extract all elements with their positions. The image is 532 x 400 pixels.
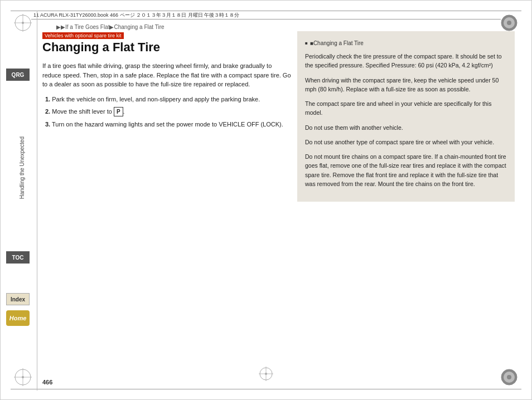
step-1-text: Park the vehicle on firm, level, and non… — [52, 96, 260, 103]
right-panel-p2: When driving with the compact spare tire… — [305, 76, 507, 94]
right-panel-p3: The compact spare tire and wheel in your… — [305, 99, 507, 118]
sidebar-vertical-label: Handling the Unexpected — [5, 112, 38, 223]
svg-point-3 — [22, 22, 24, 24]
main-content: Vehicles with optional spare tire kit Ch… — [42, 31, 292, 383]
corner-decoration-tr — [498, 12, 520, 34]
corner-decoration-bl — [12, 366, 34, 388]
svg-point-10 — [22, 376, 24, 378]
step-2-text: Move the shift lever to — [52, 108, 114, 115]
index-button[interactable]: Index — [6, 293, 30, 305]
home-button[interactable]: Home — [6, 310, 30, 326]
right-panel-p4: Do not use them with another vehicle. — [305, 123, 507, 132]
page-container: 11 ACURA RLX-31TY26000.book 466 ページ ２０１３… — [0, 0, 532, 400]
bottom-border-line — [11, 389, 521, 389]
step-3: 3. Turn on the hazard warning lights and… — [45, 120, 292, 129]
right-panel-p1: Periodically check the tire pressure of … — [305, 52, 507, 70]
toc-button[interactable]: TOC — [6, 251, 30, 264]
right-panel-p6: Do not mount tire chains on a compact sp… — [305, 152, 507, 188]
intro-text: If a tire goes flat while driving, grasp… — [42, 61, 292, 89]
step-2: 2. Move the shift lever to P. — [45, 107, 292, 116]
header-bar: 11 ACURA RLX-31TY26000.book 466 ページ ２０１３… — [31, 11, 501, 19]
header-text: 11 ACURA RLX-31TY26000.book 466 ページ ２０１３… — [33, 12, 239, 19]
step-1: 1. Park the vehicle on firm, level, and … — [45, 95, 292, 104]
step-2-num: 2. — [45, 108, 50, 115]
svg-point-6 — [507, 21, 511, 25]
shift-p-indicator: P — [114, 107, 123, 116]
step-list: 1. Park the vehicle on firm, level, and … — [45, 95, 292, 129]
svg-point-13 — [507, 375, 511, 379]
right-panel-p5: Do not use another type of compact spare… — [305, 138, 507, 147]
section-title: Changing a Flat Tire — [42, 40, 292, 55]
step-3-num: 3. — [45, 121, 50, 128]
corner-decoration-br — [498, 366, 520, 388]
step-1-num: 1. — [45, 96, 50, 103]
qrg-button[interactable]: QRG — [6, 69, 30, 81]
corner-decoration-tl — [12, 12, 34, 34]
right-panel: ■Changing a Flat Tire Periodically check… — [297, 31, 515, 202]
breadcrumb: ▶▶If a Tire Goes Flat▶Changing a Flat Ti… — [56, 24, 165, 30]
right-panel-title: ■Changing a Flat Tire — [305, 39, 507, 47]
step-3-text: Turn on the hazard warning lights and se… — [52, 121, 283, 128]
tag-highlight: Vehicles with optional spare tire kit — [42, 32, 124, 39]
